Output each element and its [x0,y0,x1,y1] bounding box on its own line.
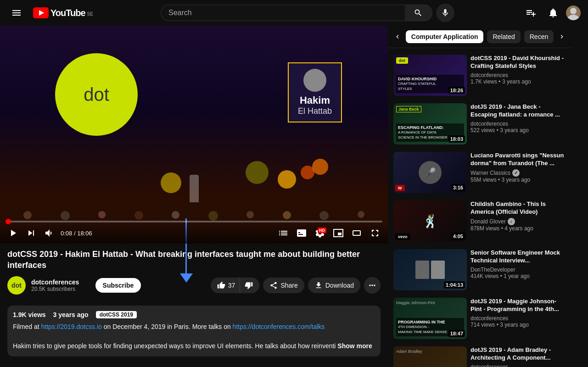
video-item-title: Childish Gambino - This Is America (Offi… [470,200,566,216]
thumbnail-container: 🎤 W 3:16 [393,152,467,193]
next-button[interactable] [24,226,39,240]
fullscreen-button[interactable] [368,226,382,240]
duration-badge: 18:26 [448,87,465,94]
channel-row: dot dotconferences 20.5K subscribers Sub… [7,276,381,295]
dislike-button[interactable] [240,278,259,293]
settings-button[interactable] [313,226,327,240]
video-section: dot Hakim El Hattab [0,26,388,367]
description-link-1[interactable]: https://2019.dotcss.io [41,323,101,330]
list-item[interactable]: dot DAVID KHOURSHIDCRAFTING STATEFULSTYL… [392,52,568,99]
header-right [522,4,581,22]
captions-icon [296,228,307,239]
tab-computer-application[interactable]: Computer Application [406,30,484,43]
video-player[interactable]: dot Hakim El Hattab [0,26,388,244]
video-item-meta: dotJS 2019 - Maggie Johnson-Pint - Progr… [470,298,566,339]
video-item-stats: 522 views • 3 years ago [470,127,566,133]
header-center [161,4,454,22]
duration-badge: 4:05 [451,233,465,240]
miniplayer-button[interactable] [331,226,346,240]
search-icon [414,8,423,17]
tab-related[interactable]: Related [487,30,520,43]
show-more-button[interactable]: Show more [337,342,372,350]
like-dislike-group: 37 [211,278,260,293]
list-item[interactable]: Jana Beck ESCAPING FLATLAND:A ROMANCE OF… [392,100,568,147]
share-button[interactable]: Share [263,278,304,293]
list-item[interactable]: Maggie Johnson-Pint PROGRAMMING IN THE4T… [392,295,568,342]
voice-search-button[interactable] [436,4,454,22]
license-row: License Creative Commons Attribution lic… [0,364,388,367]
video-item-channel: dotconferences [470,364,566,367]
description-box[interactable]: 1.9K views 3 years ago dotCSS 2019 Filme… [7,306,381,356]
duration-badge: 3:16 [451,184,465,191]
search-button[interactable] [405,5,432,21]
theater-button[interactable] [349,226,364,240]
tabs-next-button[interactable] [557,29,566,44]
tab-recent[interactable]: Recen [524,30,554,43]
notifications-button[interactable] [544,4,562,22]
duration-badge: 1:04:13 [444,281,465,289]
bell-icon [548,7,559,18]
search-bar [161,5,432,21]
search-input[interactable] [161,5,405,21]
thumbnail: Adam Bradley ARCHITECTINGA COMPONENT... [393,346,467,367]
thumbnail-container: dot DAVID KHOURSHIDCRAFTING STATEFULSTYL… [393,55,467,96]
avatar[interactable] [566,6,581,20]
menu-button[interactable] [7,4,26,22]
action-buttons: 37 Share Download [211,277,381,294]
play-icon [7,228,18,239]
list-item[interactable]: Adam Bradley ARCHITECTINGA COMPONENT... … [392,344,568,367]
subtitles-button[interactable] [294,226,309,240]
chevron-left-icon [394,33,401,40]
video-item-meta: dotJS 2019 - Adam Bradley - Architecting… [470,346,566,367]
subscribe-button[interactable]: Subscribe [95,278,141,293]
video-title: dotCSS 2019 - Hakim El Hattab - What bre… [7,249,381,271]
duration-badge: 18:47 [448,330,465,337]
thumbs-down-icon [245,281,253,289]
channel-name[interactable]: dotconferences [31,278,90,286]
verified-badge: ♪ [508,218,515,225]
chapters-button[interactable] [276,226,291,240]
tabs-prev-button[interactable] [393,29,402,44]
video-item-title: dotJS 2019 - Maggie Johnson-Pint - Progr… [470,298,566,313]
list-item[interactable]: 1:04:13 Senior Software Engineer Mock Te… [392,246,568,293]
create-icon [526,7,537,18]
list-item[interactable]: 🕺 vevo 4:05 Childish Gambino - This Is A… [392,198,568,245]
video-item-title: Luciano Pavarotti sings "Nessun dorma" f… [470,152,566,167]
miniplayer-icon [333,228,344,239]
more-horiz-icon [368,281,377,290]
video-frame: dot Hakim El Hattab [0,26,388,244]
like-button[interactable]: 37 [211,278,241,293]
chapters-icon [278,228,289,239]
video-item-channel: dotconferences [470,121,566,127]
youtube-logo[interactable]: YouTube SE [33,7,93,18]
thumbnail-container: 🕺 vevo 4:05 [393,200,467,242]
video-item-channel: Donald Glover ♪ [470,218,566,225]
fullscreen-icon [370,228,381,239]
video-item-meta: Senior Software Engineer Mock Technical … [470,249,566,290]
volume-button[interactable] [42,226,57,240]
microphone-icon [441,8,450,17]
category-tabs: Computer Application Related Recen [388,26,571,48]
hamburger-icon [11,7,22,18]
more-options-button[interactable] [364,277,381,294]
video-item-title: dotJS 2019 - Adam Bradley - Architecting… [470,346,566,362]
duration-badge: 18:03 [448,135,465,143]
thumbnail-container: Jana Beck ESCAPING FLATLAND:A ROMANCE OF… [393,103,467,145]
video-info: dotCSS 2019 - Hakim El Hattab - What bre… [0,244,388,306]
description-link-2[interactable]: https://dotconferences.com/talks [233,323,325,330]
video-item-channel: dotconferences [470,315,566,322]
video-item-channel: Warner Classics ✓ [470,169,566,177]
video-item-title: dotCSS 2019 - David Khourshid - Crafting… [470,55,566,70]
create-button[interactable] [522,4,540,22]
video-item-title: Senior Software Engineer Mock Technical … [470,249,566,265]
channel-avatar[interactable]: dot [7,276,26,295]
download-button[interactable]: Download [308,278,360,293]
list-item[interactable]: 🎤 W 3:16 Luciano Pavarotti sings "Nessun… [392,149,568,196]
dot-logo-circle: dot [55,53,138,136]
play-button[interactable] [6,226,20,240]
video-item-stats: 414K views • 1 year ago [470,273,566,279]
country-code: SE [87,11,93,17]
video-item-meta: Childish Gambino - This Is America (Offi… [470,200,566,242]
video-item-stats: 1.7K views • 3 years ago [470,78,566,85]
video-item-stats: 55M views • 3 years ago [470,177,566,183]
